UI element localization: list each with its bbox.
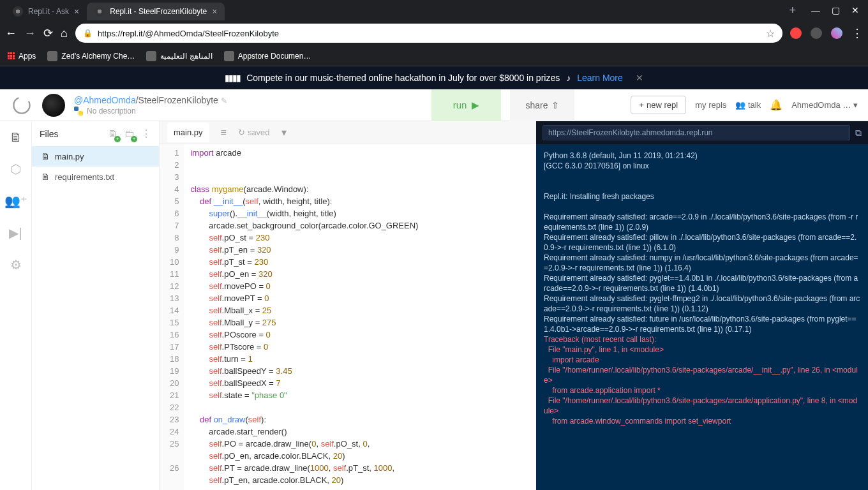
files-more-icon[interactable]: ⋮ [141, 128, 151, 140]
window-maximize[interactable]: ▢ [832, 5, 840, 15]
packages-tab-icon[interactable]: ⬡ [10, 161, 21, 177]
repl-avatar[interactable] [42, 94, 65, 117]
share-button[interactable]: share⇧ [510, 89, 574, 121]
bookmark-favicon [47, 51, 57, 61]
url-bar[interactable]: 🔒 https://repl.it/@AhmedOmda/SteelFrozen… [75, 24, 782, 43]
console-output[interactable]: Python 3.6.8 (default, Jun 11 2019, 01:2… [536, 144, 868, 490]
edit-name-icon[interactable]: ✎ [221, 96, 227, 105]
editor-more-icon[interactable]: ▾ [281, 126, 287, 138]
extension-icon[interactable] [811, 27, 822, 39]
format-code-icon[interactable]: ≡ [221, 127, 227, 138]
reload-button[interactable]: ⟳ [43, 26, 53, 40]
new-tab-button[interactable]: + [782, 4, 802, 17]
browser-nav-row: ← → ⟳ ⌂ 🔒 https://repl.it/@AhmedOmda/Ste… [0, 20, 868, 46]
run-button[interactable]: run▶ [431, 89, 502, 121]
saved-indicator: ↻saved [238, 128, 270, 137]
breadcrumb-user[interactable]: @AhmedOmda [74, 95, 136, 105]
music-note-icon: ♪ [566, 73, 571, 83]
notifications-icon[interactable]: 🔔 [770, 99, 782, 111]
account-menu[interactable]: AhmedOmda … ▾ [791, 100, 858, 110]
tab-close-icon[interactable]: × [212, 6, 217, 17]
debugger-tab-icon[interactable]: ▶| [9, 225, 22, 241]
chevron-down-icon: ▾ [853, 100, 858, 110]
breadcrumb-repl: SteelFrozenKilobyte [138, 95, 218, 105]
banner-close-icon[interactable]: ✕ [636, 73, 643, 83]
extension-icon[interactable] [790, 27, 802, 39]
svg-rect-1 [74, 107, 79, 111]
back-button[interactable]: ← [5, 27, 17, 40]
app-header: @AhmedOmda/SteelFrozenKilobyte ✎ No desc… [0, 89, 868, 121]
files-title: Files [40, 129, 59, 139]
banner-text: Compete in our music-themed online hacka… [246, 73, 560, 83]
bookmark-item[interactable]: المناهج التعليمية [146, 51, 212, 61]
bookmark-favicon [146, 51, 156, 61]
piano-icon: ▮▮▮▮ [225, 73, 240, 83]
file-item[interactable]: 🗎main.py [32, 146, 159, 167]
new-file-icon[interactable]: 🗎+ [108, 128, 118, 140]
left-iconbar: 🗎 ⬡ 👥⁺ ▶| ⚙ [0, 121, 32, 490]
tab-title: Repl.it - SteelFrozenKilobyte [110, 7, 207, 16]
browser-tab[interactable]: Repl.it - Ask× [5, 3, 87, 20]
my-repls-link[interactable]: my repls [695, 100, 726, 110]
play-icon: ▶ [472, 100, 479, 111]
bookmark-star-icon[interactable]: ☆ [766, 27, 775, 40]
banner-learn-more-link[interactable]: Learn More [577, 73, 623, 83]
new-folder-icon[interactable]: 🗀+ [124, 128, 135, 140]
tab-title: Repl.it - Ask [28, 7, 69, 16]
plus-icon: + [639, 100, 644, 110]
talk-link[interactable]: 👥 talk [735, 100, 761, 110]
console-url-input[interactable] [542, 125, 850, 140]
people-icon: 👥 [735, 100, 745, 110]
bookmark-item[interactable]: Apps [8, 52, 36, 61]
breadcrumb: @AhmedOmda/SteelFrozenKilobyte ✎ [74, 95, 227, 105]
profile-avatar-icon[interactable] [831, 27, 842, 39]
browser-tab[interactable]: Repl.it - SteelFrozenKilobyte× [87, 3, 225, 20]
editor-tab[interactable]: main.py [167, 122, 209, 142]
apps-grid-icon [8, 52, 15, 59]
refresh-icon: ↻ [238, 128, 245, 137]
bookmark-item[interactable]: Appstore Documen… [224, 51, 311, 61]
lock-icon: 🔒 [83, 29, 93, 38]
svg-point-0 [13, 97, 29, 113]
new-repl-button[interactable]: +new repl [631, 96, 686, 114]
browser-tab-strip: Repl.it - Ask×Repl.it - SteelFrozenKilob… [0, 0, 868, 20]
tab-close-icon[interactable]: × [74, 6, 79, 17]
tab-favicon [13, 6, 23, 17]
window-minimize[interactable]: — [811, 5, 820, 15]
home-button[interactable]: ⌂ [61, 27, 68, 40]
files-panel: Files 🗎+ 🗀+ ⋮ 🗎main.py🗎requirements.txt [32, 121, 160, 490]
bookmarks-bar: AppsZed's Alchemy Che…المناهج التعليميةA… [0, 46, 868, 66]
no-description-label: No description [87, 107, 136, 115]
python-icon [74, 107, 83, 115]
bookmark-item[interactable]: Zed's Alchemy Che… [47, 51, 135, 61]
console-panel: ⧉ Python 3.6.8 (default, Jun 11 2019, 01… [536, 121, 868, 490]
promo-banner: ▮▮▮▮ Compete in our music-themed online … [0, 66, 868, 89]
tab-favicon [94, 6, 105, 17]
replit-logo[interactable] [10, 94, 33, 117]
svg-rect-2 [79, 111, 83, 115]
browser-menu-button[interactable]: ⋮ [851, 26, 863, 40]
share-icon: ⇧ [551, 100, 559, 110]
forward-button[interactable]: → [24, 27, 36, 40]
bookmark-favicon [224, 51, 234, 61]
file-icon: 🗎 [41, 172, 50, 182]
file-icon: 🗎 [41, 151, 50, 161]
editor-panel: main.py ≡ ↻saved ▾ 123456789101112131415… [160, 121, 536, 490]
multiplayer-tab-icon[interactable]: 👥⁺ [4, 193, 27, 209]
url-text: https://repl.it/@AhmedOmda/SteelFrozenKi… [98, 29, 761, 38]
code-editor[interactable]: 1234567891011121314151617181920212223242… [160, 144, 536, 490]
settings-tab-icon[interactable]: ⚙ [10, 257, 22, 272]
open-new-tab-icon[interactable]: ⧉ [855, 128, 862, 138]
window-close[interactable]: ✕ [851, 5, 859, 15]
files-tab-icon[interactable]: 🗎 [10, 130, 22, 145]
file-item[interactable]: 🗎requirements.txt [32, 167, 159, 187]
